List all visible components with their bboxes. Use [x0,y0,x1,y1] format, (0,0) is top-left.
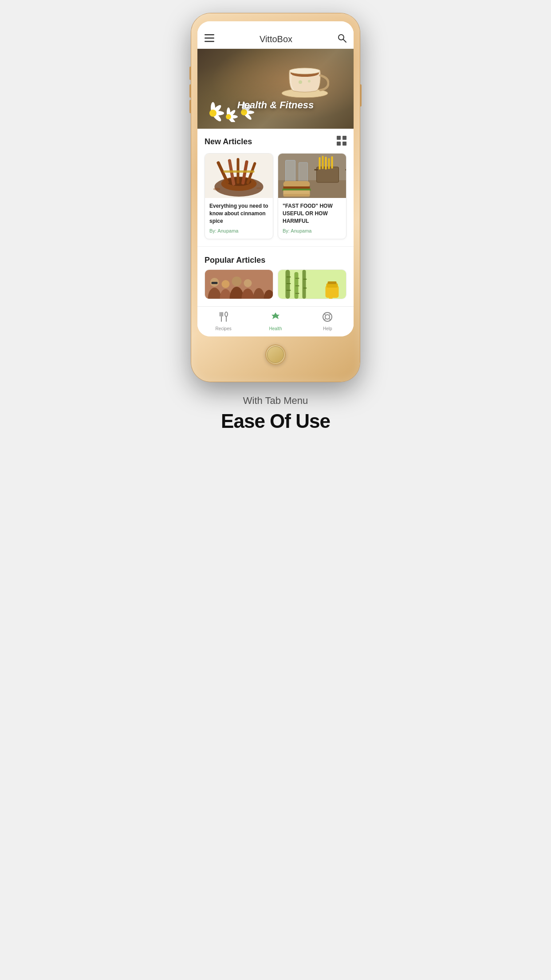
svg-rect-47 [346,169,346,170]
svg-line-4 [343,40,346,42]
recipes-label: Recipes [216,326,232,331]
popular-card-2[interactable] [278,269,346,299]
tab-recipes[interactable]: Recipes [197,311,249,331]
svg-point-19 [226,114,231,119]
article-info-cinnamon: Everything you need to know about cinnam… [205,198,273,239]
svg-rect-48 [319,157,321,170]
svg-rect-75 [287,290,291,291]
health-label: Health [269,326,282,331]
svg-rect-72 [286,270,290,299]
svg-rect-78 [295,285,299,286]
article-title-fastfood: "FAST FOOD" HOW USEFUL OR HOW HARMFUL [283,202,342,225]
svg-point-68 [244,279,252,287]
app-title: VittoBox [260,34,292,44]
hero-banner: Health & Fitness [197,49,354,129]
home-button-inner [267,346,284,363]
svg-point-39 [213,188,220,190]
page-wrapper: VittoBox [184,0,367,450]
phone-frame: VittoBox [191,13,360,382]
svg-rect-81 [303,279,307,280]
popular-image-1 [205,270,273,299]
bottom-subtitle: With Tab Menu [221,395,330,407]
svg-rect-2 [205,41,214,42]
svg-rect-43 [286,160,295,182]
svg-point-66 [222,280,230,288]
new-articles-title: New Articles [205,137,252,146]
svg-rect-77 [295,278,299,279]
tab-bar: Recipes Health [197,306,354,336]
svg-point-8 [299,80,302,84]
svg-rect-49 [322,156,324,169]
article-card-fastfood[interactable]: "FAST FOOD" HOW USEFUL OR HOW HARMFUL By… [278,153,346,239]
svg-rect-51 [328,158,330,169]
phone-screen: VittoBox [197,21,354,336]
svg-rect-46 [315,169,318,170]
svg-point-69 [255,278,264,287]
help-label: Help [323,326,332,331]
svg-rect-74 [287,283,291,284]
svg-rect-79 [295,293,299,294]
new-articles-header: New Articles [197,129,354,153]
svg-rect-57 [283,194,310,197]
help-icon [322,311,333,324]
articles-grid: Everything you need to know about cinnam… [197,153,354,246]
popular-articles-title: Popular Articles [205,256,346,265]
svg-point-40 [256,187,262,189]
bottom-text-section: With Tab Menu Ease Of Use [212,382,339,450]
cinnamon-article-image [205,154,273,198]
svg-rect-1 [205,38,214,39]
main-content: New Articles [197,129,354,336]
popular-articles-grid [197,269,354,306]
svg-rect-70 [212,282,218,284]
svg-rect-0 [205,34,214,36]
svg-rect-82 [303,288,307,288]
search-icon[interactable] [338,34,346,45]
svg-rect-26 [342,136,346,140]
svg-rect-38 [224,170,255,173]
svg-rect-28 [342,142,346,146]
app-header: VittoBox [197,30,354,49]
svg-rect-85 [328,281,337,284]
bottom-title: Ease Of Use [221,410,330,432]
svg-rect-50 [325,157,327,170]
popular-articles-section: Popular Articles [197,246,354,306]
article-author-fastfood: By: Anupama [283,228,342,233]
svg-point-7 [289,68,320,74]
svg-rect-80 [303,270,306,299]
svg-rect-44 [299,162,308,182]
svg-point-90 [225,312,228,316]
article-info-fastfood: "FAST FOOD" HOW USEFUL OR HOW HARMFUL By… [278,198,346,239]
popular-articles-header: Popular Articles [197,250,354,269]
status-bar [197,21,354,30]
article-title-cinnamon: Everything you need to know about cinnam… [209,202,268,225]
fastfood-article-image [278,154,346,198]
recipes-icon [218,311,229,324]
article-card-cinnamon[interactable]: Everything you need to know about cinnam… [205,153,273,239]
tab-help[interactable]: Help [302,311,354,331]
svg-rect-25 [337,136,341,140]
svg-point-67 [232,277,242,286]
health-icon [270,311,281,324]
svg-rect-52 [331,156,333,169]
article-author-cinnamon: By: Anupama [209,228,268,233]
menu-icon[interactable] [205,34,214,44]
grid-view-icon[interactable] [337,136,346,148]
popular-image-2 [278,270,346,299]
svg-point-3 [338,35,344,40]
popular-card-1[interactable] [205,269,273,299]
tab-health[interactable]: Health [249,311,301,331]
svg-rect-27 [337,142,341,146]
svg-rect-73 [287,277,291,277]
hero-title: Health & Fitness [197,99,354,111]
home-button[interactable] [265,344,286,365]
svg-point-9 [308,80,311,83]
svg-point-93 [325,315,330,319]
hero-background [197,49,354,129]
svg-rect-53 [283,181,310,187]
